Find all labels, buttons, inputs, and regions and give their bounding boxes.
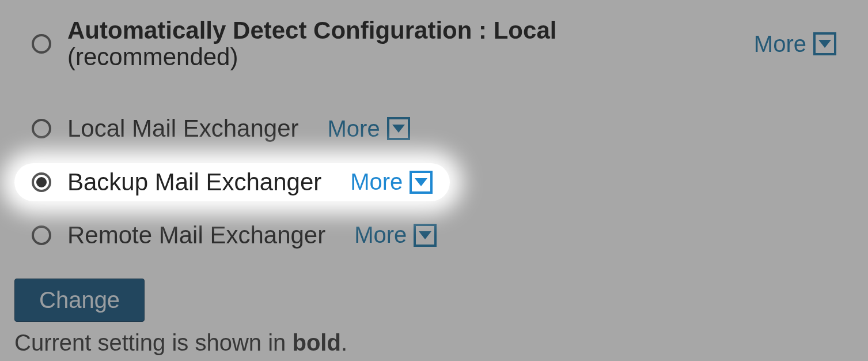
option-remote-mail-exchanger[interactable]: Remote Mail Exchanger More: [14, 216, 854, 254]
option-label: Backup Mail Exchanger: [67, 169, 321, 195]
more-label: More: [354, 222, 407, 248]
radio-icon: [32, 119, 51, 138]
chevron-down-icon: [387, 117, 410, 140]
option-label: Automatically Detect Configuration : Loc…: [67, 17, 725, 70]
chevron-down-icon: [410, 171, 433, 194]
svg-marker-0: [818, 40, 831, 48]
more-label: More: [754, 31, 806, 57]
svg-marker-2: [415, 178, 427, 186]
option-label: Local Mail Exchanger: [67, 115, 299, 142]
more-toggle[interactable]: More: [754, 31, 836, 57]
radio-icon: [32, 34, 51, 54]
email-routing-form: Automatically Detect Configuration : Loc…: [0, 0, 868, 361]
note-suffix: .: [341, 330, 347, 355]
option-local-mail-exchanger[interactable]: Local Mail Exchanger More: [14, 110, 854, 148]
radio-icon: [32, 225, 51, 245]
note-bold: bold: [292, 330, 340, 355]
more-toggle[interactable]: More: [350, 169, 433, 195]
change-button[interactable]: Change: [14, 279, 145, 322]
chevron-down-icon: [414, 224, 437, 247]
more-label: More: [328, 116, 380, 142]
radio-icon: [32, 172, 51, 192]
option-label: Remote Mail Exchanger: [67, 222, 325, 249]
more-toggle[interactable]: More: [354, 222, 437, 248]
svg-marker-1: [392, 125, 405, 133]
svg-marker-3: [419, 231, 431, 239]
current-setting-note: Current setting is shown in bold.: [14, 330, 854, 356]
note-prefix: Current setting is shown in: [14, 330, 292, 355]
more-toggle[interactable]: More: [328, 116, 410, 142]
more-label: More: [350, 169, 403, 195]
option-auto-detect[interactable]: Automatically Detect Configuration : Loc…: [14, 12, 854, 76]
option-backup-mail-exchanger[interactable]: Backup Mail Exchanger More: [14, 163, 450, 201]
chevron-down-icon: [813, 32, 836, 55]
